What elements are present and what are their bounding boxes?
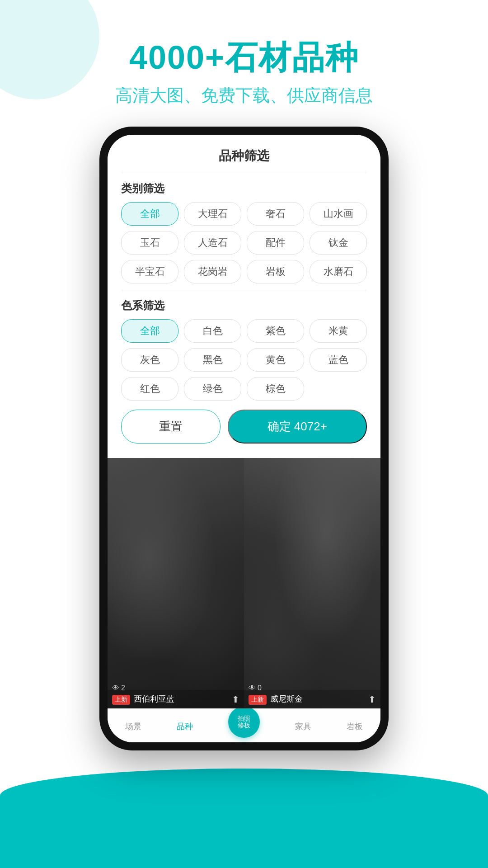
category-filter-11[interactable]: 水磨石 — [310, 260, 367, 283]
nav-item-scenes[interactable]: 场景 — [125, 721, 141, 732]
category-filter-8[interactable]: 半宝石 — [121, 260, 178, 283]
product-overlay-right: 上新 威尼斯金 — [244, 690, 380, 708]
stone-image-left — [108, 458, 244, 708]
confirm-button[interactable]: 确定 4072+ — [228, 410, 367, 443]
category-filter-10[interactable]: 岩板 — [247, 260, 304, 283]
nav-item-slab[interactable]: 岩板 — [347, 721, 363, 732]
screen-content: 品种筛选 类别筛选 全部大理石奢石山水画玉石人造石配件钛金半宝石花岗岩岩板水磨石… — [108, 135, 380, 742]
stone-image-right — [244, 458, 380, 708]
category-filter-2[interactable]: 奢石 — [247, 202, 304, 226]
nav-label-furniture: 家具 — [295, 721, 311, 732]
product-badge-left: 上新 — [112, 695, 130, 705]
nav-item-camera[interactable]: 拍照修板 — [228, 715, 260, 738]
color-filter-9[interactable]: 绿色 — [184, 377, 241, 401]
header-section: 4000+石材品种 高清大图、免费下载、供应商信息 — [0, 36, 488, 107]
category-filter-7[interactable]: 钛金 — [310, 231, 367, 255]
color-filter-1[interactable]: 白色 — [184, 319, 241, 343]
color-filter-8[interactable]: 红色 — [121, 377, 178, 401]
bottom-nav: 场景 品种 拍照修板 家具 岩板 — [108, 708, 380, 742]
color-filter-grid: 全部白色紫色米黄灰色黑色黄色蓝色红色绿色棕色 — [121, 319, 367, 401]
action-row: 重置 确定 4072+ — [121, 410, 367, 447]
product-grid: 👁 2 上新 西伯利亚蓝 ⬆ 👁 0 上新 — [108, 458, 380, 708]
header-subtitle: 高清大图、免费下载、供应商信息 — [0, 84, 488, 107]
product-badge-right: 上新 — [249, 695, 267, 705]
product-card[interactable]: 👁 2 上新 西伯利亚蓝 ⬆ — [108, 458, 244, 708]
product-name-right: 威尼斯金 — [270, 694, 303, 703]
color-filter-10[interactable]: 棕色 — [247, 377, 304, 401]
share-icon-left[interactable]: ⬆ — [232, 694, 239, 705]
color-filter-4[interactable]: 灰色 — [121, 348, 178, 372]
color-filter-5[interactable]: 黑色 — [184, 348, 241, 372]
category-filter-6[interactable]: 配件 — [247, 231, 304, 255]
category-filter-0[interactable]: 全部 — [121, 202, 178, 226]
nav-camera-button[interactable]: 拍照修板 — [228, 706, 260, 738]
nav-label-variety: 品种 — [177, 721, 193, 732]
nav-item-variety[interactable]: 品种 — [177, 721, 193, 732]
category-filter-4[interactable]: 玉石 — [121, 231, 178, 255]
color-filter-6[interactable]: 黄色 — [247, 348, 304, 372]
category-filter-3[interactable]: 山水画 — [310, 202, 367, 226]
category-filter-5[interactable]: 人造石 — [184, 231, 241, 255]
nav-item-furniture[interactable]: 家具 — [295, 721, 311, 732]
category-filter-grid: 全部大理石奢石山水画玉石人造石配件钛金半宝石花岗岩岩板水磨石 — [121, 202, 367, 283]
reset-button[interactable]: 重置 — [121, 410, 221, 443]
phone-frame: 品种筛选 类别筛选 全部大理石奢石山水画玉石人造石配件钛金半宝石花岗岩岩板水磨石… — [99, 127, 389, 750]
bg-decoration-bottom — [0, 769, 488, 868]
header-title: 4000+石材品种 — [0, 36, 488, 80]
phone-screen: 品种筛选 类别筛选 全部大理石奢石山水画玉石人造石配件钛金半宝石花岗岩岩板水磨石… — [108, 135, 380, 742]
color-filter-7[interactable]: 蓝色 — [310, 348, 367, 372]
modal-title: 品种筛选 — [121, 147, 367, 172]
category-label: 类别筛选 — [121, 181, 367, 196]
category-filter-9[interactable]: 花岗岩 — [184, 260, 241, 283]
product-name-left: 西伯利亚蓝 — [134, 694, 174, 703]
category-filter-1[interactable]: 大理石 — [184, 202, 241, 226]
nav-label-scenes: 场景 — [125, 721, 141, 732]
color-filter-2[interactable]: 紫色 — [247, 319, 304, 343]
color-label: 色系筛选 — [121, 298, 367, 313]
filter-modal: 品种筛选 类别筛选 全部大理石奢石山水画玉石人造石配件钛金半宝石花岗岩岩板水磨石… — [108, 135, 380, 458]
share-icon-right[interactable]: ⬆ — [368, 694, 376, 705]
color-filter-0[interactable]: 全部 — [121, 319, 178, 343]
nav-camera-label: 拍照修板 — [238, 715, 250, 729]
divider — [121, 291, 367, 291]
color-filter-3[interactable]: 米黄 — [310, 319, 367, 343]
product-overlay-left: 上新 西伯利亚蓝 — [108, 690, 244, 708]
product-card-right[interactable]: 👁 0 上新 威尼斯金 ⬆ — [244, 458, 380, 708]
nav-label-slab: 岩板 — [347, 721, 363, 732]
